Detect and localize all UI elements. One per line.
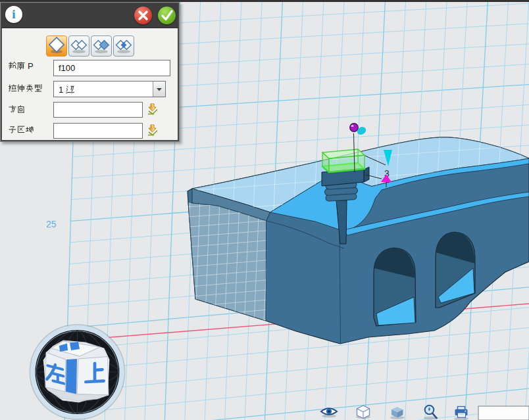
svg-text:25: 25	[46, 219, 57, 229]
